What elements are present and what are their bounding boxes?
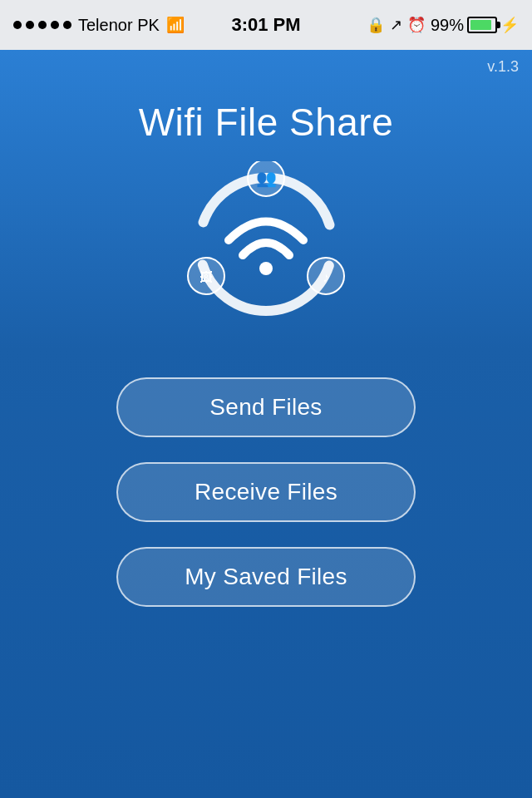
signal-dot-2 [26,21,34,29]
carrier-label: Telenor PK [78,16,160,35]
location-icon: ↗ [390,16,402,34]
send-files-button[interactable]: Send Files [116,377,416,437]
charging-icon: ⚡ [500,16,519,34]
main-content: v.1.3 Wifi File Share 👥 🖼 ♪ [0,50,532,798]
battery-percent: 99% [431,16,464,35]
svg-point-1 [259,262,273,275]
signal-dot-1 [13,21,22,29]
app-logo: 👥 🖼 ♪ [183,161,349,328]
svg-text:🖼: 🖼 [200,270,213,284]
battery-icon [467,17,497,33]
signal-dot-5 [63,21,71,29]
lock-icon: 🔒 [367,16,385,34]
signal-dot-4 [51,21,59,29]
version-label: v.1.3 [487,58,519,76]
my-saved-files-button[interactable]: My Saved Files [116,547,416,607]
signal-dots [13,21,71,29]
svg-text:👥: 👥 [256,168,277,188]
app-title: Wifi File Share [139,100,394,145]
svg-text:♪: ♪ [323,270,329,284]
status-right: 🔒 ↗ ⏰ 99% ⚡ [367,16,519,35]
buttons-section: Send Files Receive Files My Saved Files [0,377,532,607]
signal-dot-3 [38,21,47,29]
wifi-icon: 📶 [166,16,185,34]
alarm-icon: ⏰ [407,16,426,34]
receive-files-button[interactable]: Receive Files [116,462,416,522]
battery-fill [470,20,491,30]
battery-container: 99% ⚡ [431,16,519,35]
status-bar: Telenor PK 📶 3:01 PM 🔒 ↗ ⏰ 99% ⚡ [0,0,532,50]
status-left: Telenor PK 📶 [13,16,185,35]
status-time: 3:01 PM [231,14,300,36]
